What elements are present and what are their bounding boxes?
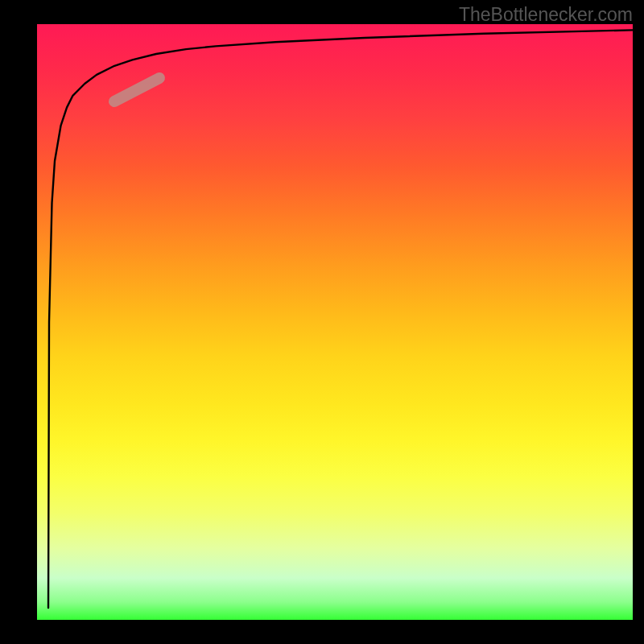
chart-container: TheBottlenecker.com	[0, 0, 644, 644]
curve-line	[48, 30, 633, 608]
plot-area	[37, 24, 633, 620]
curve-highlight	[114, 78, 159, 101]
chart-svg	[37, 24, 633, 620]
attribution-text: TheBottlenecker.com	[459, 4, 633, 26]
